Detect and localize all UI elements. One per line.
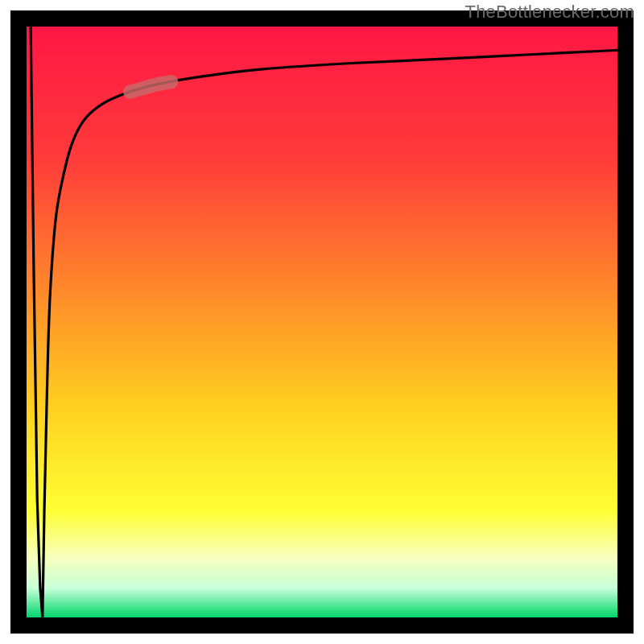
svg-rect-1 (617, 10, 634, 634)
chart-stage: TheBottlenecker.com (0, 0, 644, 644)
svg-rect-3 (10, 617, 634, 634)
attribution-text: TheBottlenecker.com (465, 2, 634, 23)
plot-background (27, 27, 617, 617)
chart-svg (0, 0, 644, 644)
svg-rect-0 (10, 10, 27, 634)
